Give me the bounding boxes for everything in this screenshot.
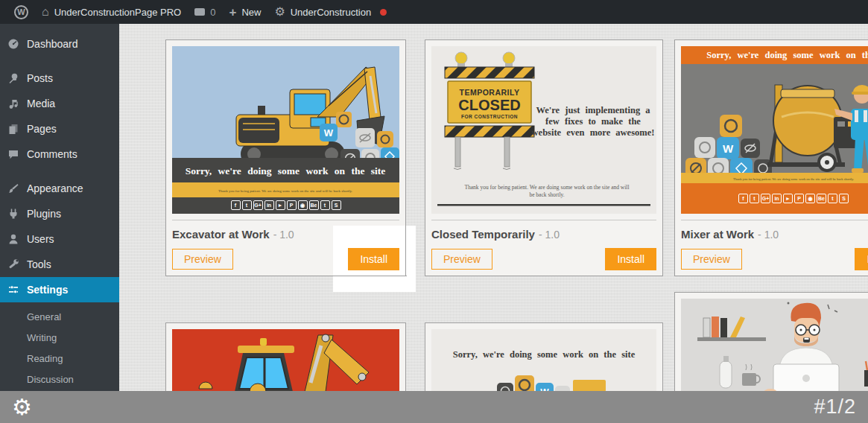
sidebar-item-label: Users [27, 233, 54, 245]
new-label: New [241, 7, 261, 18]
presentation-footer-bar: ⚙ #1/2 [0, 391, 868, 423]
pinterest-icon: P [287, 200, 297, 210]
notification-dot [380, 9, 387, 16]
template-card-man-at-desk [674, 292, 868, 391]
facebook-icon: f [738, 194, 748, 203]
excavator-template-thumbnail: W Sorry, we're doing some work on the si… [172, 46, 399, 214]
comment-bubble-icon [194, 8, 205, 16]
message-line-1: We're just implementing a [536, 105, 650, 115]
behance-icon: Be [309, 200, 319, 210]
new-content-menu[interactable]: + New [222, 0, 267, 24]
install-button[interactable]: Install [348, 248, 399, 270]
preview-button[interactable]: Preview [681, 249, 742, 270]
sidebar-item-settings[interactable]: Settings [0, 277, 119, 302]
comments-count: 0 [210, 7, 215, 18]
skype-icon: S [332, 200, 341, 210]
twitter-icon: t [242, 200, 252, 210]
dashboard-icon [7, 38, 19, 50]
site-name: UnderConstructionPage PRO [54, 7, 182, 18]
pinterest-icon: P [794, 194, 804, 203]
template-version: - 1.0 [273, 229, 294, 241]
preview-button[interactable]: Preview [431, 249, 492, 270]
sidebar-item-posts[interactable]: Posts [0, 66, 119, 91]
comments-icon [7, 148, 19, 160]
template-subtext: Thank you for being patient. We are doin… [218, 189, 352, 193]
sidebar-item-label: Tools [27, 258, 51, 270]
underconstruction-menu[interactable]: ⚙ UnderConstruction [267, 0, 393, 24]
template-card-mixer: Sorry, we're doing some work on the site… [674, 39, 868, 276]
simple-text-illustration: Sorry, we're doing some work on the site… [431, 329, 656, 391]
sidebar-item-pages[interactable]: Pages [0, 116, 119, 141]
template-title: Excavator at Work [172, 228, 270, 241]
note-line-1: Thank you for being patient. We are doin… [464, 184, 629, 191]
settings-submenu: General Writing Reading Discussion [0, 302, 119, 396]
admin-sidebar: Dashboard Posts Media Pages Comments App… [0, 24, 119, 391]
sidebar-item-label: Comments [27, 148, 77, 160]
twitter-icon: t [750, 194, 759, 203]
template-version: - 1.0 [758, 229, 779, 241]
sidebar-item-appearance[interactable]: Appearance [0, 176, 119, 201]
home-icon: ⌂ [42, 6, 49, 18]
submenu-item-discussion[interactable]: Discussion [0, 369, 119, 390]
wordpress-logo-icon: W [14, 5, 28, 19]
mixer-illustration: Sorry, we're doing some work on the site… [681, 46, 868, 214]
sign-line-1: TEMPORARILY [460, 88, 520, 97]
dribbble-icon: ◉ [298, 200, 308, 210]
social-icons-row: ftG+in►P◉BetS [172, 200, 399, 210]
tumblr-icon: t [320, 200, 330, 210]
submenu-item-reading[interactable]: Reading [0, 349, 119, 369]
closed-sign-illustration: TEMPORARILY CLOSED FOR CONSTRUCTION We'r… [431, 46, 656, 214]
media-icon [7, 98, 19, 109]
template-headline: Sorry, we're doing some work on the site [186, 165, 386, 176]
comments-shortcut[interactable]: 0 [188, 0, 222, 24]
red-backhoe-illustration [172, 329, 399, 391]
svg-text:W: W [324, 127, 334, 139]
settings-sliders-icon [7, 284, 19, 296]
sidebar-item-label: Posts [27, 72, 53, 84]
sidebar-item-comments[interactable]: Comments [0, 141, 119, 167]
site-link[interactable]: ⌂ UnderConstructionPage PRO [35, 0, 188, 24]
sidebar-item-label: Settings [27, 284, 68, 296]
paintbrush-icon [7, 182, 19, 194]
template-headline: Sorry, we're doing some work on the site [453, 349, 636, 360]
tumblr-icon: t [828, 194, 837, 203]
behance-icon: Be [817, 194, 826, 203]
svg-text:W: W [723, 142, 734, 155]
template-title: Closed Temporarily [431, 228, 535, 241]
youtube-icon: ► [276, 200, 285, 210]
sign-line-2: CLOSED [458, 97, 520, 113]
skype-icon: S [839, 194, 849, 203]
sign-line-3: FOR CONSTRUCTION [461, 114, 518, 119]
wordpress-menu[interactable]: W [7, 0, 35, 24]
card-border-segment [405, 226, 406, 276]
underconstruction-label: UnderConstruction [291, 7, 371, 18]
youtube-icon: ► [783, 194, 793, 203]
sidebar-item-label: Appearance [27, 182, 83, 194]
mixer-template-thumbnail: Sorry, we're doing some work on the site… [681, 46, 868, 214]
sidebar-item-dashboard[interactable]: Dashboard [0, 31, 119, 57]
gear-icon: ⚙ [274, 6, 285, 18]
sidebar-item-label: Pages [27, 123, 57, 135]
sidebar-item-plugins[interactable]: Plugins [0, 201, 119, 226]
sidebar-item-media[interactable]: Media [0, 91, 119, 116]
sidebar-item-users[interactable]: Users [0, 226, 119, 252]
card-border-segment [333, 276, 407, 276]
wrench-icon [7, 258, 19, 270]
install-button[interactable]: Install [605, 248, 656, 270]
submenu-item-writing[interactable]: Writing [0, 328, 119, 349]
template-meta: Closed Temporarily- 1.0 [431, 220, 656, 241]
template-card-simple-text: Sorry, we're doing some work on the site… [425, 322, 663, 391]
preview-button[interactable]: Preview [172, 249, 233, 270]
template-subtext: Thank you for being patient. We are doin… [733, 177, 854, 181]
admin-top-bar: W ⌂ UnderConstructionPage PRO 0 + New ⚙ … [0, 0, 868, 24]
red-template-thumbnail [172, 329, 399, 391]
sidebar-item-label: Dashboard [27, 38, 78, 50]
sidebar-item-tools[interactable]: Tools [0, 252, 119, 277]
pages-icon [7, 123, 19, 135]
google-plus-icon: G+ [761, 194, 770, 203]
submenu-item-general[interactable]: General [0, 307, 119, 328]
message-line-3: website even more awesome! [532, 127, 655, 138]
dribbble-icon: ◉ [805, 194, 815, 203]
templates-grid: W Sorry, we're doing some work on the si… [119, 24, 868, 391]
install-button[interactable]: Install [855, 248, 868, 270]
